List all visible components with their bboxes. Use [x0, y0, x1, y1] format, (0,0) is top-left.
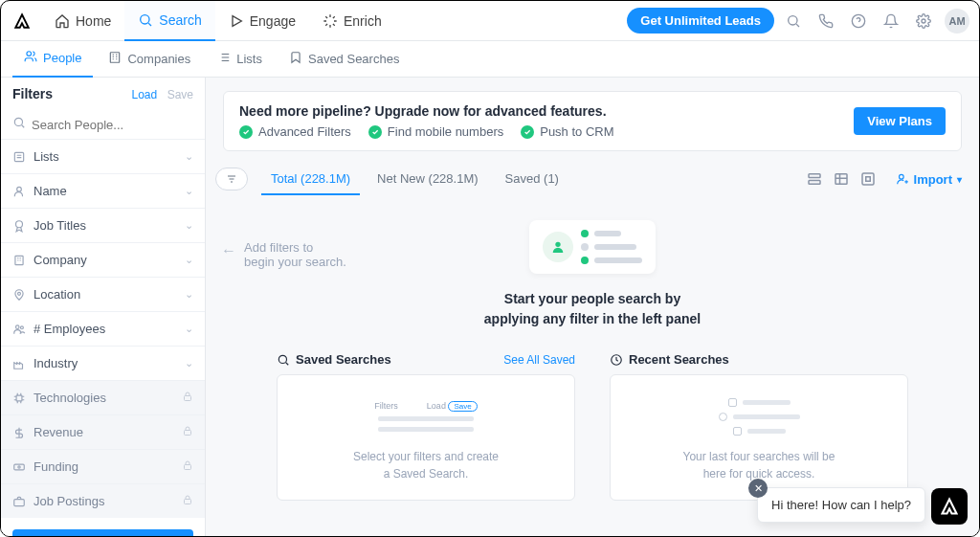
show-more-filters-button[interactable]: Show More Filters: [12, 529, 193, 537]
nav-enrich[interactable]: Enrich: [309, 1, 395, 41]
factory-icon: [12, 357, 26, 370]
table-icon[interactable]: [833, 170, 850, 188]
filter-job-titles[interactable]: Job Titles ⌄: [1, 208, 205, 242]
svg-rect-18: [185, 465, 191, 470]
nav-home[interactable]: Home: [41, 1, 124, 41]
svg-point-3: [922, 19, 925, 23]
filter-name-label: Name: [33, 184, 67, 198]
filter-industry[interactable]: Industry ⌄: [1, 346, 205, 380]
svg-point-26: [555, 242, 560, 247]
import-icon: [896, 172, 909, 186]
empty-state: Start your people search by applying any…: [206, 220, 979, 329]
chat-bubble[interactable]: ✕ Hi there! How can I help?: [757, 487, 925, 523]
team-icon: [12, 323, 26, 336]
svg-point-10: [18, 292, 21, 295]
person-icon: [12, 185, 26, 198]
banner-headline: Need more pipeline? Upgrade now for adva…: [239, 103, 854, 119]
filter-funding-label: Funding: [33, 459, 78, 474]
filter-revenue-label: Revenue: [33, 425, 83, 439]
filter-industry-label: Industry: [33, 356, 78, 370]
topnav-search-icon[interactable]: [780, 8, 807, 34]
feature-advanced-filters: Advanced Filters: [239, 124, 351, 139]
filter-funding[interactable]: Funding: [1, 449, 205, 483]
dollar-icon: [12, 426, 26, 439]
svg-rect-16: [14, 464, 25, 470]
filters-sidebar: Filters Load Save Lists ⌄ Name ⌄ Job Tit…: [1, 78, 206, 536]
app-logo[interactable]: [11, 10, 33, 33]
tab-saved[interactable]: Saved (1): [496, 164, 568, 195]
tab-total[interactable]: Total (228.1M): [261, 164, 360, 195]
svg-point-12: [20, 325, 23, 328]
svg-point-11: [16, 324, 20, 328]
filter-location[interactable]: Location ⌄: [1, 277, 205, 311]
filter-toggle[interactable]: [215, 168, 248, 190]
filters-header: Filters Load Save: [1, 78, 205, 110]
view-plans-button[interactable]: View Plans: [854, 107, 946, 135]
nav-search[interactable]: Search: [124, 1, 214, 41]
phone-icon[interactable]: [813, 8, 839, 34]
topnav: Home Search Engage Enrich Get Unlimited …: [1, 1, 979, 41]
chevron-down-icon: ⌄: [185, 150, 193, 163]
subnav-saved-searches-label: Saved Searches: [308, 52, 399, 66]
people-icon: [24, 50, 37, 66]
subnav-lists-label: Lists: [236, 52, 262, 66]
empty-line1: Start your people search by: [484, 289, 701, 309]
tab-net-new[interactable]: Net New (228.1M): [368, 164, 487, 195]
search-input[interactable]: [32, 118, 193, 132]
list-icon: [12, 150, 26, 164]
search-bookmark-icon: [277, 353, 290, 367]
chevron-down-icon: ⌄: [185, 323, 193, 335]
subnav-people[interactable]: People: [12, 41, 93, 78]
results-toolbar: Total (228.1M) Net New (228.1M) Saved (1…: [206, 161, 979, 197]
filter-name[interactable]: Name ⌄: [1, 173, 205, 208]
filter-revenue[interactable]: Revenue: [1, 414, 205, 449]
chevron-down-icon: ⌄: [185, 357, 193, 369]
load-link[interactable]: Load: [131, 88, 157, 101]
gear-icon[interactable]: [910, 8, 937, 34]
filter-technologies[interactable]: Technologies: [1, 380, 205, 414]
filter-lists[interactable]: Lists ⌄: [1, 139, 205, 173]
import-button[interactable]: Import ▾: [896, 172, 962, 187]
clock-icon: [610, 353, 623, 367]
subnav-saved-searches[interactable]: Saved Searches: [278, 41, 411, 78]
chat-close-icon[interactable]: ✕: [748, 479, 768, 498]
lock-icon: [182, 425, 193, 439]
svg-rect-15: [185, 431, 191, 436]
empty-line2: applying any filter in the left panel: [484, 309, 701, 329]
help-icon[interactable]: [845, 8, 872, 34]
chip-icon: [12, 392, 26, 405]
filter-lists-label: Lists: [33, 149, 59, 164]
chevron-down-icon: ⌄: [185, 219, 193, 232]
filter-employees[interactable]: # Employees ⌄: [1, 311, 205, 346]
filter-location-label: Location: [33, 287, 80, 302]
avatar[interactable]: AM: [945, 9, 969, 34]
bell-icon[interactable]: [878, 8, 904, 34]
settings-icon[interactable]: [859, 170, 877, 188]
chevron-down-icon: ⌄: [185, 288, 193, 301]
subnav-people-label: People: [43, 51, 81, 65]
layout-list-icon[interactable]: [806, 170, 823, 188]
chat-fab[interactable]: [931, 488, 968, 525]
get-unlimited-leads-button[interactable]: Get Unlimited Leads: [627, 8, 774, 34]
svg-point-7: [17, 187, 22, 191]
svg-point-25: [899, 174, 903, 179]
see-all-saved-link[interactable]: See All Saved: [503, 353, 575, 367]
feature-push-crm: Push to CRM: [521, 124, 613, 139]
nav-enrich-label: Enrich: [344, 13, 382, 29]
check-icon: [368, 125, 382, 139]
building-icon: [108, 51, 122, 67]
upgrade-banner: Need more pipeline? Upgrade now for adva…: [223, 91, 962, 151]
subnav: People Companies Lists Saved Searches: [1, 41, 979, 78]
lock-icon: [182, 494, 193, 508]
subnav-companies[interactable]: Companies: [97, 41, 202, 78]
nav-engage[interactable]: Engage: [215, 1, 309, 41]
svg-rect-19: [14, 499, 25, 505]
subnav-lists[interactable]: Lists: [206, 41, 274, 78]
filter-company[interactable]: Company ⌄: [1, 242, 205, 277]
nav-search-label: Search: [159, 12, 201, 28]
filter-job-postings[interactable]: Job Postings: [1, 483, 205, 518]
svg-rect-20: [185, 500, 191, 504]
svg-rect-14: [185, 396, 191, 401]
search-people[interactable]: [1, 110, 205, 139]
add-filters-hint: ← Add filters tobegin your search.: [221, 240, 346, 269]
